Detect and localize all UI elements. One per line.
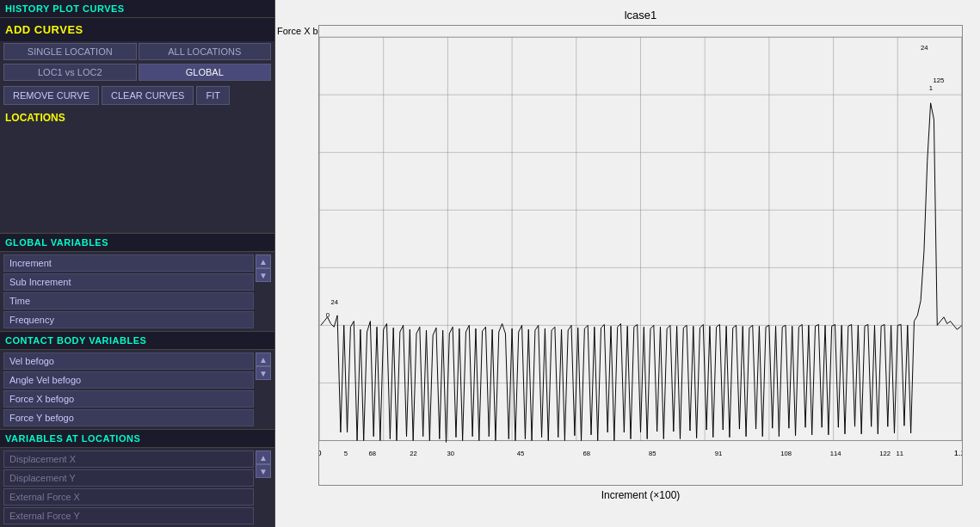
contact-body-vars-scrollbar: ▲ ▼ (256, 352, 271, 426)
location-buttons-row1: SINGLE LOCATION ALL LOCATIONS (0, 41, 274, 62)
svg-text:91: 91 (715, 450, 723, 457)
action-buttons-row: REMOVE CURVE CLEAR CURVES FIT (0, 83, 274, 108)
contact-var-angle-vel-befogo[interactable]: Angle Vel befogo (3, 371, 254, 389)
contact-var-force-x-befogo[interactable]: Force X befogo (3, 390, 254, 408)
x-axis-label: Increment (×100) (601, 489, 681, 501)
svg-text:68: 68 (582, 450, 590, 457)
single-location-button[interactable]: SINGLE LOCATION (3, 43, 137, 60)
svg-text:0: 0 (318, 448, 322, 457)
clear-curves-button[interactable]: CLEAR CURVES (102, 86, 194, 105)
vars-at-locations-title: VARIABLES AT LOCATIONS (0, 430, 274, 448)
global-vars-title: GLOBAL VARIABLES (0, 234, 274, 252)
svg-text:108: 108 (780, 450, 792, 457)
contact-body-vars-scroll-up[interactable]: ▲ (256, 352, 271, 366)
svg-text:122: 122 (879, 450, 891, 457)
contact-body-vars-title: CONTACT BODY VARIABLES (0, 332, 274, 350)
add-curves-label: ADD CURVES (0, 18, 274, 41)
global-var-sub-increment[interactable]: Sub Increment (3, 273, 254, 291)
global-var-increment[interactable]: Increment (3, 254, 254, 272)
svg-text:5: 5 (344, 450, 348, 457)
locations-title: LOCATIONS (5, 112, 269, 124)
vars-at-locations-scroll-up[interactable]: ▲ (256, 450, 271, 464)
svg-text:0: 0 (326, 311, 330, 319)
contact-body-vars-items: Vel befogo Angle Vel befogo Force X befo… (3, 352, 254, 426)
plot-title: lcase1 (318, 9, 963, 21)
global-vars-section: GLOBAL VARIABLES Increment Sub Increment… (0, 233, 274, 331)
var-external-force-x: External Force X (3, 488, 254, 506)
global-var-frequency[interactable]: Frequency (3, 311, 254, 328)
main-title: HISTORY PLOT CURVES (0, 0, 274, 18)
contact-var-force-y-befogo[interactable]: Force Y befogo (3, 409, 254, 426)
plot-container: 0 -1.315 0 1.25 0 24 24 125 1 5 68 22 30… (318, 25, 963, 486)
vars-at-locations-items: Displacement X Displacement Y External F… (3, 450, 254, 524)
global-vars-items: Increment Sub Increment Time Frequency (3, 254, 254, 328)
var-displacement-y: Displacement Y (3, 469, 254, 487)
vars-at-locations-section: VARIABLES AT LOCATIONS Displacement X Di… (0, 429, 274, 527)
sidebar: HISTORY PLOT CURVES ADD CURVES SINGLE LO… (0, 0, 275, 527)
remove-curve-button[interactable]: REMOVE CURVE (3, 86, 99, 105)
svg-text:22: 22 (410, 450, 417, 457)
fit-button[interactable]: FIT (196, 86, 230, 105)
all-locations-button[interactable]: ALL LOCATIONS (139, 43, 272, 60)
vars-at-locations-scroll-down[interactable]: ▼ (256, 464, 271, 478)
contact-body-vars-section: CONTACT BODY VARIABLES Vel befogo Angle … (0, 331, 274, 429)
loc1-vs-loc2-button[interactable]: LOC1 vs LOC2 (3, 64, 137, 81)
location-buttons-row2: LOC1 vs LOC2 GLOBAL (0, 62, 274, 83)
global-var-time[interactable]: Time (3, 292, 254, 309)
svg-text:11: 11 (896, 450, 903, 457)
global-vars-scroll-down[interactable]: ▼ (256, 268, 271, 282)
vars-at-locations-list: Displacement X Displacement Y External F… (0, 448, 274, 527)
plot-svg: 0 -1.315 0 1.25 0 24 24 125 1 5 68 22 30… (318, 25, 963, 486)
svg-text:30: 30 (447, 450, 454, 457)
svg-text:125: 125 (933, 77, 944, 84)
global-vars-scroll-up[interactable]: ▲ (256, 254, 271, 268)
svg-text:24: 24 (921, 44, 928, 52)
var-external-force-y: External Force Y (3, 507, 254, 524)
svg-text:85: 85 (649, 450, 656, 457)
svg-text:24: 24 (330, 298, 338, 306)
global-button[interactable]: GLOBAL (139, 64, 272, 81)
var-displacement-x: Displacement X (3, 450, 254, 468)
svg-text:45: 45 (517, 450, 525, 457)
svg-text:114: 114 (830, 450, 842, 457)
locations-section: LOCATIONS (0, 108, 274, 233)
svg-text:68: 68 (368, 450, 376, 457)
global-vars-list: Increment Sub Increment Time Frequency ▲… (0, 252, 274, 331)
contact-var-vel-befogo[interactable]: Vel befogo (3, 352, 254, 370)
contact-body-vars-scroll-down[interactable]: ▼ (256, 366, 271, 380)
svg-text:1.25: 1.25 (954, 448, 963, 457)
contact-body-vars-list: Vel befogo Angle Vel befogo Force X befo… (0, 350, 274, 429)
plot-area: Force X befogo (×10000) lcase1 (275, 0, 980, 527)
vars-at-locations-scrollbar: ▲ ▼ (256, 450, 271, 524)
global-vars-scrollbar: ▲ ▼ (256, 254, 271, 328)
svg-text:1: 1 (929, 84, 933, 92)
